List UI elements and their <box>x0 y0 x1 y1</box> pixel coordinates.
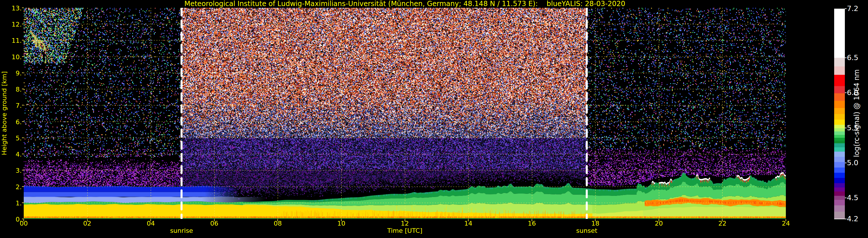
colorbar-tick-mark <box>845 58 846 58</box>
y-tick-mark <box>22 72 24 73</box>
y-tick-label: 9. <box>0 70 22 76</box>
lidar-quicklook-window: Meteorological Institute of Ludwig-Maxim… <box>0 0 868 238</box>
y-tick-label: 11. <box>0 38 22 44</box>
y-tick-label: 13. <box>0 5 22 11</box>
x-tick-mark <box>341 219 342 221</box>
x-tick-mark <box>659 219 659 221</box>
x-tick-label: 16 <box>522 220 542 227</box>
x-tick-mark <box>277 219 278 221</box>
colorbar-tick-mark <box>845 163 846 163</box>
y-tick-label: 3. <box>0 168 22 174</box>
x-tick-label: 20 <box>649 220 669 227</box>
y-tick-mark <box>22 186 24 187</box>
y-tick-label: 5. <box>0 135 22 141</box>
heatmap-plot <box>24 8 786 219</box>
y-tick-mark <box>22 202 24 203</box>
x-tick-mark <box>24 219 24 221</box>
page-title: Meteorological Institute of Ludwig-Maxim… <box>24 0 786 7</box>
x-tick-label: 10 <box>331 220 351 227</box>
y-tick-mark <box>22 121 24 122</box>
colorbar-tick-label: 6.0 <box>847 89 859 96</box>
colorbar-tick-label: 4.5 <box>847 194 859 201</box>
sunrise-label: sunrise <box>153 228 211 234</box>
y-tick-label: 8. <box>0 87 22 93</box>
y-tick-mark <box>22 24 24 24</box>
colorbar-tick-label: 5.0 <box>847 159 859 166</box>
y-axis-label-text: Height above ground [km] <box>1 71 8 155</box>
x-tick-label: 00 <box>13 220 34 227</box>
x-tick-mark <box>405 219 405 221</box>
x-tick-mark <box>532 219 532 221</box>
x-tick-mark <box>150 219 151 221</box>
colorbar-tick-mark <box>845 93 846 93</box>
x-tick-mark <box>214 219 215 221</box>
x-tick-label: 02 <box>77 220 97 227</box>
x-tick-mark <box>595 219 595 221</box>
sunset-label: sunset <box>558 228 616 234</box>
y-tick-mark <box>22 154 24 154</box>
colorbar <box>834 9 845 219</box>
y-tick-label: 10. <box>0 54 22 60</box>
x-tick-label: 18 <box>585 220 606 227</box>
y-tick-mark <box>22 105 24 105</box>
colorbar-tick-mark <box>845 128 846 128</box>
x-tick-label: 08 <box>268 220 288 227</box>
colorbar-tick-label: 4.2 <box>847 215 859 223</box>
x-tick-mark <box>468 219 469 221</box>
colorbar-label: log(rc-signal) @ 1064 nm <box>853 8 861 219</box>
x-axis-label: Time [UTC] <box>367 228 442 234</box>
y-tick-mark <box>22 7 24 8</box>
colorbar-tick-mark <box>845 219 846 219</box>
colorbar-tick-label: 6.5 <box>847 54 859 61</box>
x-tick-label: 14 <box>458 220 478 227</box>
x-tick-label: 04 <box>141 220 161 227</box>
colorbar-label-text: log(rc-signal) @ 1064 nm <box>853 69 861 157</box>
y-tick-label: 7. <box>0 103 22 109</box>
y-tick-mark <box>22 40 24 40</box>
y-tick-label: 4. <box>0 151 22 158</box>
y-tick-mark <box>22 137 24 138</box>
y-tick-label: 1. <box>0 200 22 206</box>
colorbar-tick-mark <box>845 198 846 198</box>
x-tick-label: 12 <box>395 220 415 227</box>
y-tick-label: 6. <box>0 119 22 125</box>
y-tick-label: 12. <box>0 21 22 28</box>
x-tick-mark <box>722 219 722 221</box>
x-tick-label: 22 <box>712 220 732 227</box>
colorbar-tick-label: 5.5 <box>847 124 859 131</box>
y-tick-mark <box>22 89 24 89</box>
colorbar-tick-label: 7.2 <box>847 5 859 12</box>
x-tick-label: 24 <box>776 220 796 227</box>
y-tick-mark <box>22 56 24 57</box>
x-tick-mark <box>87 219 88 221</box>
y-tick-label: 2. <box>0 184 22 190</box>
y-tick-mark <box>22 170 24 170</box>
x-tick-mark <box>785 219 786 221</box>
colorbar-tick-mark <box>845 8 846 9</box>
x-tick-label: 06 <box>204 220 224 227</box>
